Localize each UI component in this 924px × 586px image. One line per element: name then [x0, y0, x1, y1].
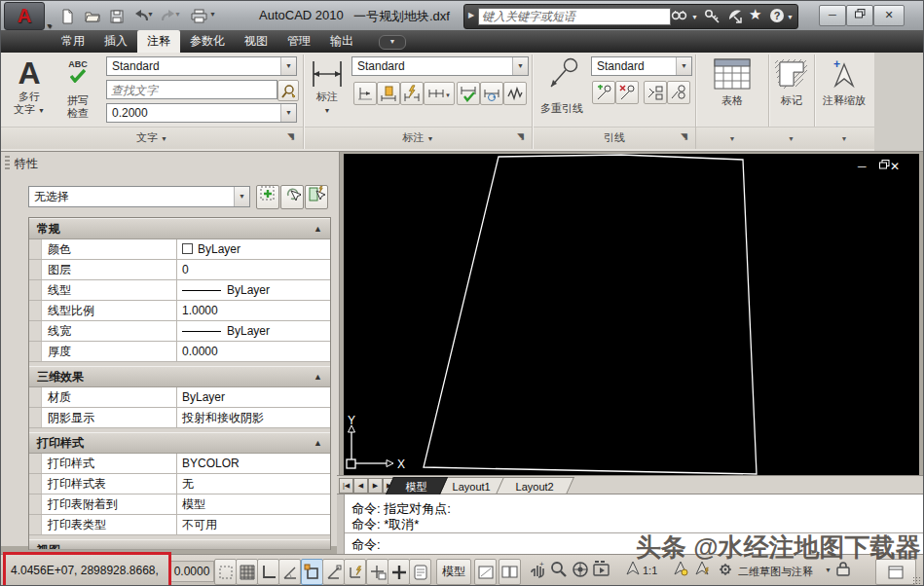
palette-section-header[interactable]: 打印样式▲ [29, 432, 330, 454]
property-value[interactable]: 0 [177, 260, 330, 279]
search-input[interactable] [478, 8, 671, 25]
drawing-canvas[interactable]: ─ ✕ Y X [344, 154, 919, 475]
qat-customize-dropdown-icon[interactable]: ▼ [209, 11, 216, 18]
doc-minimize-button[interactable]: ─ [858, 160, 876, 173]
dimension-button[interactable]: 标注▼ [307, 55, 348, 125]
mleader-align-button[interactable] [644, 81, 667, 104]
leader-panel-title[interactable]: 引线 [534, 127, 695, 149]
ribbon-tab-1[interactable]: 常用 [52, 30, 94, 53]
collapse-icon[interactable]: ▲ [314, 219, 322, 238]
ribbon-minimize-button[interactable]: ▼ [379, 35, 406, 50]
redo-dropdown-icon[interactable]: ▼ [174, 11, 181, 18]
grid-toggle-button[interactable] [236, 559, 258, 585]
command-grip[interactable] [337, 494, 345, 554]
property-value[interactable]: BYCOLOR [177, 454, 330, 473]
property-row[interactable]: 线宽ByLayer [29, 321, 330, 342]
quick-select-button[interactable] [305, 185, 328, 209]
qp-toggle-button[interactable] [409, 559, 431, 585]
quick-view-layouts-button[interactable] [474, 559, 497, 585]
annotation-scale-button[interactable]: + 注释缩放 [817, 55, 871, 125]
subscription-key-icon[interactable] [704, 8, 721, 27]
ribbon-tab-6[interactable]: 管理 [277, 30, 320, 53]
dim-dialog-launcher-icon[interactable]: ◥↘ [517, 130, 529, 142]
dim-continue-button[interactable]: ▼ [424, 82, 455, 105]
close-button[interactable]: ✕ [873, 5, 905, 26]
property-row[interactable]: 打印样式表无 [29, 474, 330, 494]
restore-button[interactable] [846, 5, 873, 26]
workspace-label[interactable]: 二维草图与注释 [738, 565, 813, 579]
command-prompt[interactable]: 命令: [351, 536, 381, 554]
palette-section-header[interactable]: 常规▲ [29, 218, 330, 239]
mleader-remove-button[interactable] [615, 81, 639, 104]
property-row[interactable]: 打印表类型不可用 [29, 515, 330, 535]
palette-section-header[interactable]: 三维效果▲ [29, 366, 330, 387]
layout-tab-1[interactable]: 模型 [386, 477, 448, 494]
property-row[interactable]: 颜色ByLayer [29, 239, 330, 260]
new-file-button[interactable] [56, 6, 78, 25]
collapse-icon[interactable]: ▲ [314, 433, 322, 453]
dim-linear-button[interactable] [353, 82, 377, 105]
find-text-field[interactable] [106, 80, 277, 99]
mleader-collect-button[interactable] [667, 81, 690, 104]
z-coordinate-readout[interactable]: 0.0000 [169, 561, 214, 582]
dim-break-button[interactable] [400, 82, 424, 105]
property-row[interactable]: 打印表附着到模型 [29, 494, 330, 515]
property-row[interactable]: 打印样式BYCOLOR [29, 454, 330, 474]
property-row[interactable]: 厚度0.0000 [29, 342, 330, 362]
property-value[interactable]: 0.0000 [177, 342, 330, 361]
property-value[interactable]: 1.0000 [177, 301, 330, 320]
otrack-toggle-button[interactable] [322, 559, 345, 585]
mleader-style-combo[interactable]: Standard▼ [591, 56, 692, 76]
find-text-go-button[interactable] [277, 80, 299, 101]
property-row[interactable]: 材质ByLayer [29, 387, 330, 408]
mleader-add-button[interactable] [592, 81, 615, 104]
property-value[interactable]: ByLayer [177, 280, 330, 300]
prev-tab-button[interactable]: ◀ [353, 478, 368, 494]
workspace-dropdown-icon[interactable]: ▼ [825, 567, 832, 573]
property-row[interactable]: 图层0 [29, 260, 330, 280]
markup-panel-expand[interactable]: ▼ [768, 127, 814, 149]
property-row[interactable]: 阴影显示投射和接收阴影 [29, 408, 330, 428]
dyn-toggle-button[interactable] [366, 559, 388, 585]
zoom-button[interactable] [550, 561, 568, 581]
dim-inspect-button[interactable] [503, 82, 527, 105]
property-value[interactable]: 模型 [177, 494, 330, 514]
communication-center-icon[interactable] [727, 8, 744, 27]
layout-tab-3[interactable]: Layout2 [496, 477, 574, 494]
ribbon-tab-5[interactable]: 视图 [235, 30, 277, 53]
model-space-button[interactable]: 模型 [436, 559, 471, 585]
dim-text-edit-button[interactable] [377, 82, 400, 105]
leader-dialog-launcher-icon[interactable]: ◥↘ [681, 130, 692, 142]
annoscale-panel-expand[interactable]: ▼ [814, 127, 874, 149]
first-tab-button[interactable]: |◀ [339, 478, 353, 494]
ortho-toggle-button[interactable] [257, 559, 279, 585]
doc-restore-button[interactable] [876, 160, 890, 173]
property-value[interactable]: ByLayer [177, 387, 330, 407]
property-value[interactable]: 不可用 [177, 515, 330, 534]
favorites-star-icon[interactable]: ★ [749, 6, 761, 23]
dim-check-button[interactable] [457, 82, 480, 105]
palette-section-header-clipped[interactable]: 视图 [29, 539, 330, 550]
table-panel-expand[interactable]: ▼ [696, 127, 768, 149]
undo-dropdown-icon[interactable]: ▼ [147, 11, 154, 18]
save-button[interactable] [106, 6, 128, 25]
text-panel-title[interactable]: 文字 ▼ [1, 127, 303, 149]
open-file-button[interactable] [82, 6, 103, 25]
markup-button[interactable]: 标记 [769, 55, 814, 125]
selection-combo[interactable]: 无选择▼ [28, 186, 250, 207]
palette-grip[interactable] [5, 156, 10, 169]
quick-view-drawings-button[interactable] [499, 559, 521, 585]
text-style-combo[interactable]: Standard▼ [106, 56, 297, 76]
property-value[interactable]: ByLayer [177, 321, 330, 341]
toggle-pickadd-button[interactable] [256, 185, 279, 209]
search-icon[interactable] [671, 8, 688, 26]
search-dropdown-icon[interactable]: ▼ [691, 14, 698, 20]
polar-toggle-button[interactable] [278, 559, 301, 585]
property-row[interactable]: 线型比例1.0000 [29, 301, 330, 321]
resize-grip[interactable] [912, 576, 921, 585]
dim-panel-title[interactable]: 标注 ▼ [305, 127, 532, 149]
dim-style-combo[interactable]: Standard▼ [351, 56, 529, 76]
ribbon-tab-3[interactable]: 注释 [137, 30, 180, 53]
osnap-toggle-button[interactable] [301, 559, 323, 585]
ribbon-tab-7[interactable]: 输出 [320, 30, 363, 53]
